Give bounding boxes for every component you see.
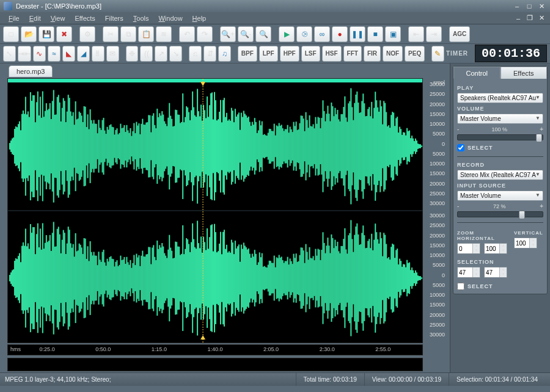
input-slider[interactable] [457,211,543,217]
tool1-icon[interactable]: ⎌ [189,46,202,62]
time-ruler[interactable]: hms 0:25.00:50.01:15.01:40.02:05.02:30.0… [7,344,423,355]
play-select-checkbox[interactable] [457,144,464,151]
maximize-icon[interactable]: □ [524,2,534,10]
fade-out-icon[interactable]: ◢ [77,46,90,62]
volume-slider[interactable] [457,134,543,140]
save-icon[interactable]: 💾 [38,26,54,42]
svg-rect-523 [229,251,230,305]
undo-icon[interactable]: ↶ [179,26,195,42]
fft-button[interactable]: FFT [343,46,362,62]
music-icon[interactable]: ♫ [218,46,231,62]
fir-button[interactable]: FIR [364,46,381,62]
svg-rect-167 [209,105,210,187]
fade-in-icon[interactable]: ◣ [62,46,75,62]
svg-rect-102 [130,128,131,164]
compress-icon[interactable]: ⇥⇤ [18,46,31,62]
menu-effects[interactable]: Effects [70,13,100,23]
settings-icon[interactable]: ⚙ [79,26,95,42]
lpf-button[interactable]: LPF [259,46,278,62]
redo-icon[interactable]: ↷ [197,26,213,42]
svg-rect-183 [229,119,230,173]
equalizer-icon[interactable]: 🎚 [92,46,105,62]
svg-rect-133 [167,118,169,175]
svg-rect-561 [275,267,276,289]
volume-source-select[interactable]: Master Volume [457,114,543,124]
file-tab[interactable]: hero.mp3 [9,65,53,77]
peq-button[interactable]: PEQ [405,46,425,62]
play-device-select[interactable]: Speakers (Realtek AC97 Au [457,93,543,103]
svg-rect-66 [86,127,87,165]
bpf-button[interactable]: BPF [238,46,257,62]
loop-icon[interactable]: ∞ [314,26,330,42]
fx4-icon[interactable]: ↘ [169,46,182,62]
svg-rect-238 [296,122,297,171]
menu-filters[interactable]: Filters [100,13,128,23]
tab-effects[interactable]: Effects [501,67,548,79]
selection-select-checkbox[interactable] [457,283,464,290]
menu-view[interactable]: View [46,13,70,23]
svg-rect-432 [117,266,119,290]
svg-rect-425 [109,257,111,299]
zoom-v-spinner[interactable]: ▲▼ [514,238,537,249]
selection-end-spinner[interactable]: ▲▼ [484,267,507,278]
wave-red-icon[interactable]: ∿ [33,46,46,62]
stop-icon[interactable]: ■ [367,26,383,42]
lsf-button[interactable]: LSF [301,46,320,62]
edit-tool-icon[interactable]: ✎ [431,46,444,62]
zoom-h-end-spinner[interactable]: ▲▼ [484,243,507,254]
mdi-minimize-icon[interactable]: – [513,14,523,23]
mix-icon[interactable]: ≋ [156,26,172,42]
zoom-out-icon[interactable]: 🔍- [238,26,254,42]
svg-rect-418 [101,262,102,294]
overview-strip[interactable] [7,358,423,371]
delete-icon[interactable]: ✖ [56,26,72,42]
menu-window[interactable]: Window [153,13,187,23]
tab-control[interactable]: Control [453,67,501,79]
zoom-in-icon[interactable]: 🔍+ [220,26,236,42]
wave-blue-icon[interactable]: ≈ [48,46,61,62]
agc-button[interactable]: AGC [449,26,470,42]
fx2-icon[interactable]: (( [140,46,153,62]
cut-icon[interactable]: ✂ [103,26,119,42]
input-source-select[interactable]: Master Volume [457,191,543,201]
svg-rect-609 [333,248,334,308]
mdi-restore-icon[interactable]: ❐ [525,14,535,23]
svg-rect-440 [127,262,128,294]
goto-end-icon[interactable]: ⇥ [426,26,442,42]
goto-start-icon[interactable]: ⇤ [408,26,424,42]
paste-icon[interactable]: 📋 [138,26,154,42]
svg-rect-539 [248,249,249,308]
play-loop-icon[interactable]: ⧁ [296,26,312,42]
menu-tools[interactable]: Tools [128,13,154,23]
svg-rect-643 [375,223,376,333]
svg-rect-588 [308,260,309,297]
selection-start-spinner[interactable]: ▲▼ [457,267,480,278]
nof-button[interactable]: NOF [383,46,403,62]
hsf-button[interactable]: HSF [322,46,342,62]
pause-icon[interactable]: ❚❚ [350,26,365,42]
zoom-h-start-spinner[interactable]: ▲▼ [457,243,480,254]
expand-icon[interactable]: ⤡ [3,46,16,62]
play-icon[interactable]: ▶ [279,26,295,42]
open-icon[interactable]: 📂 [21,26,37,42]
menu-file[interactable]: File [4,13,24,23]
record-device-select[interactable]: Stereo Mix (Realtek AC97 A [457,170,543,180]
close-icon[interactable]: ✕ [537,2,546,10]
minimize-icon[interactable]: – [512,2,522,10]
record-icon[interactable]: ● [332,26,348,42]
select-all-icon[interactable]: ▣ [385,26,401,42]
zoom-fit-icon[interactable]: 🔍 [255,26,271,42]
envelope-icon[interactable]: ✉ [106,46,119,62]
waveform-display[interactable] [7,78,423,343]
hpf-button[interactable]: HPF [280,46,299,62]
svg-rect-636 [366,248,367,308]
menu-edit[interactable]: Edit [24,13,46,23]
copy-icon[interactable]: ⧉ [120,26,136,42]
mdi-close-icon[interactable]: ✕ [537,14,546,23]
svg-rect-463 [155,260,156,296]
tool2-icon[interactable]: ⇵ [204,46,216,62]
fx1-icon[interactable]: ❉ [126,46,139,62]
fx3-icon[interactable]: ↗ [155,46,167,62]
new-icon[interactable]: □ [3,26,19,42]
menu-help[interactable]: Help [188,13,211,23]
